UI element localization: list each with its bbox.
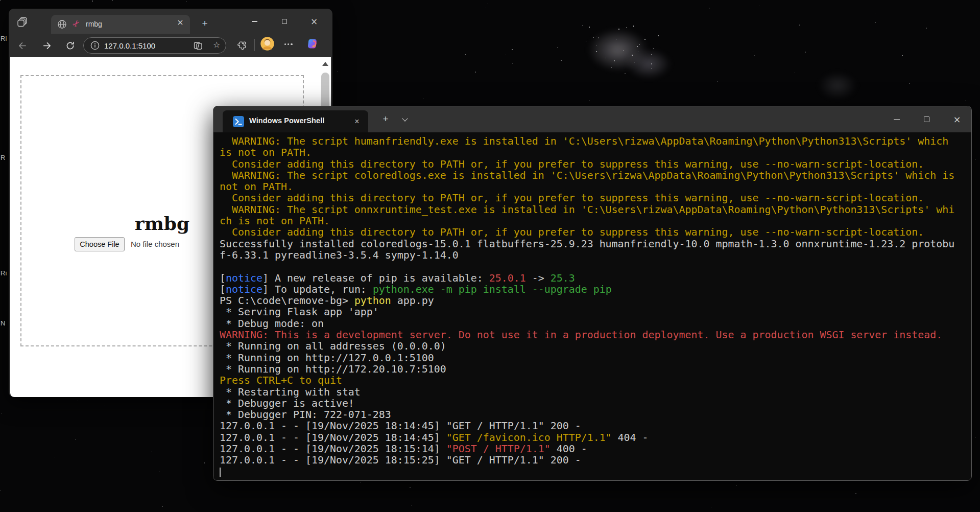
workspaces-icon[interactable]	[17, 16, 28, 28]
terminal-line: * Restarting with stat	[220, 387, 971, 398]
terminal-line: 127.0.0.1 - - [19/Nov/2025 18:15:14] "PO…	[220, 444, 971, 455]
terminal-line: * Debug mode: on	[220, 318, 971, 330]
terminal-line: * Debugger PIN: 722-071-283	[220, 409, 971, 421]
terminal-tab-dropdown-icon[interactable]	[397, 112, 413, 127]
terminal-line: WARNING: The script onnxruntime_test.exe…	[220, 204, 971, 216]
terminal-line: Press CTRL+C to quit	[220, 375, 971, 386]
terminal-line: * Serving Flask app 'app'	[220, 307, 971, 318]
tab-close-icon[interactable]: ×	[175, 18, 186, 30]
terminal-line: Consider adding this directory to PATH o…	[220, 193, 971, 204]
powershell-icon	[233, 116, 244, 127]
terminal-line: [notice] To update, run: python.exe -m p…	[220, 284, 971, 295]
favorites-star-icon[interactable]: ☆	[213, 40, 220, 50]
new-tab-button[interactable]: +	[198, 16, 212, 31]
terminal-line: * Running on all addresses (0.0.0.0)	[220, 341, 971, 352]
browser-minimize-button[interactable]	[246, 15, 263, 28]
avatar[interactable]	[260, 37, 274, 51]
terminal-close-button[interactable]: ×	[942, 106, 972, 132]
choose-file-button[interactable]: Choose File	[75, 237, 125, 251]
terminal-line: * Debugger is active!	[220, 398, 971, 409]
copilot-icon[interactable]	[307, 38, 319, 50]
terminal-line: WARNING: The script humanfriendly.exe is…	[220, 136, 971, 147]
terminal-line: not on PATH.	[220, 181, 971, 193]
globe-icon	[57, 19, 67, 29]
browser-tab-bar: ✂ rmbg × + ×	[9, 9, 332, 34]
terminal-new-tab-button[interactable]: +	[378, 112, 393, 127]
terminal-output[interactable]: WARNING: The script humanfriendly.exe is…	[213, 132, 971, 480]
terminal-line: f-6.33.1 pyreadline3-3.5.4 sympy-1.14.0	[220, 250, 971, 261]
address-bar[interactable]: 127.0.0.1:5100 ☆	[83, 37, 226, 54]
browser-tab-rmbg[interactable]: ✂ rmbg ×	[51, 15, 190, 34]
terminal-cursor-line	[220, 467, 971, 478]
terminal-line: ch is not on PATH.	[220, 216, 971, 227]
terminal-line: [notice] A new release of pip is availab…	[220, 273, 971, 284]
terminal-maximize-button[interactable]	[912, 106, 941, 132]
nebula-blob	[626, 49, 672, 79]
terminal-tab-close-icon[interactable]: ×	[351, 115, 363, 128]
extensions-icon[interactable]	[234, 38, 249, 53]
terminal-line: PS C:\code\remove-bg> python app.py	[220, 295, 971, 307]
file-status-text: No file chosen	[131, 240, 179, 248]
browser-close-button[interactable]: ×	[305, 15, 323, 28]
nebula-blob	[817, 72, 858, 100]
browser-toolbar: 127.0.0.1:5100 ☆	[9, 34, 332, 57]
site-info-icon[interactable]	[90, 40, 100, 51]
terminal-line: 127.0.0.1 - - [19/Nov/2025 18:15:25] "GE…	[220, 455, 971, 466]
browser-maximize-button[interactable]	[276, 15, 293, 28]
url-text[interactable]: 127.0.0.1:5100	[104, 41, 155, 50]
terminal-title-bar[interactable]: Windows PowerShell × + ×	[213, 106, 971, 132]
desktop-icon-label[interactable]: Ri	[1, 35, 7, 42]
terminal-line: Successfully installed coloredlogs-15.0.…	[220, 239, 971, 250]
toolbar-divider	[254, 39, 255, 51]
terminal-tab[interactable]: Windows PowerShell ×	[223, 110, 368, 132]
split-screen-icon[interactable]	[193, 40, 203, 51]
terminal-window: Windows PowerShell × + × WARNING: The sc…	[213, 106, 972, 481]
terminal-line: 127.0.0.1 - - [19/Nov/2025 18:14:45] "GE…	[220, 421, 971, 432]
refresh-icon[interactable]	[63, 38, 77, 53]
desktop-icon-label[interactable]: Ri	[1, 269, 7, 277]
terminal-tab-title: Windows PowerShell	[249, 117, 325, 125]
terminal-line: 127.0.0.1 - - [19/Nov/2025 18:14:45] "GE…	[220, 432, 971, 444]
terminal-line	[220, 261, 971, 272]
desktop-icon-label[interactable]: N	[1, 319, 5, 327]
terminal-minimize-button[interactable]	[882, 106, 912, 132]
desktop-icon-label[interactable]: R	[1, 154, 5, 161]
scroll-up-icon[interactable]	[322, 62, 328, 66]
terminal-cursor	[220, 468, 221, 477]
terminal-line: Consider adding this directory to PATH o…	[220, 227, 971, 238]
back-icon[interactable]	[15, 38, 29, 53]
more-menu-icon[interactable]	[284, 43, 293, 45]
terminal-line: * Running on http://172.20.10.7:5100	[220, 364, 971, 375]
terminal-line: Consider adding this directory to PATH o…	[220, 159, 971, 170]
terminal-line: is not on PATH.	[220, 147, 971, 158]
scissors-favicon: ✂	[70, 17, 82, 30]
terminal-line: * Running on http://127.0.0.1:5100	[220, 353, 971, 364]
terminal-line: WARNING: The script coloredlogs.exe is i…	[220, 170, 971, 181]
terminal-line: WARNING: This is a development server. D…	[220, 330, 971, 341]
browser-tab-title: rmbg	[86, 20, 102, 28]
forward-icon[interactable]	[40, 38, 54, 53]
desktop: Ri R Ri N ✂ rmb	[0, 0, 980, 512]
